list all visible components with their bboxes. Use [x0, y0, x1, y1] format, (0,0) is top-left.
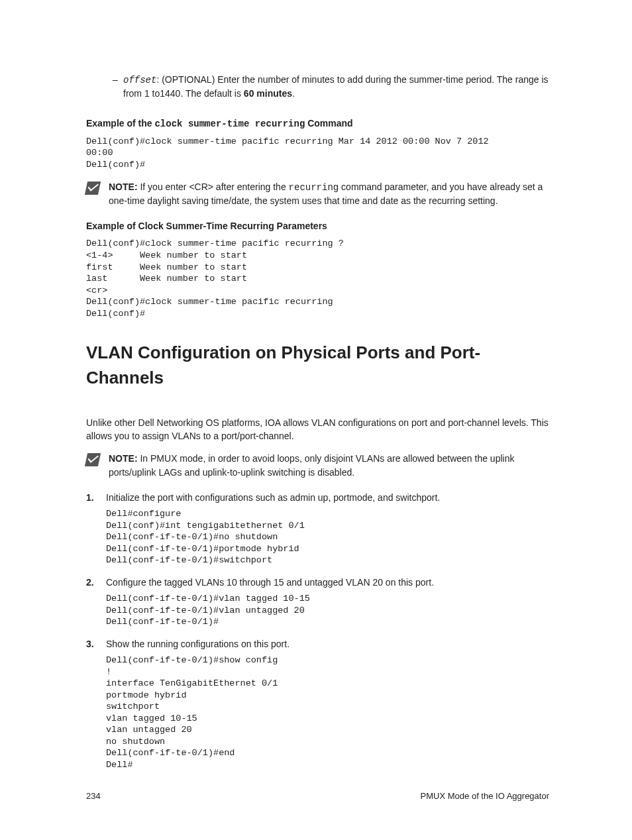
offset-body: : (OPTIONAL) Enter the number of minutes… — [123, 74, 549, 99]
example2-heading: Example of Clock Summer-Time Recurring P… — [86, 219, 549, 233]
note-icon — [85, 453, 101, 466]
offset-end: . — [292, 88, 295, 99]
note2-label: NOTE: — [109, 453, 138, 464]
offset-text: offset: (OPTIONAL) Enter the number of m… — [123, 73, 549, 101]
example1-heading-pre: Example of the — [86, 118, 154, 129]
offset-bullet: – offset: (OPTIONAL) Enter the number of… — [113, 73, 549, 101]
page: – offset: (OPTIONAL) Enter the number of… — [0, 0, 632, 840]
note2-body: NOTE: In PMUX mode, in order to avoid lo… — [109, 452, 549, 479]
list-item: 1. Initialize the port with configuratio… — [86, 491, 549, 504]
step-body: Show the running configurations on this … — [106, 637, 549, 651]
note1-pre: If you enter <CR> after entering the — [138, 182, 289, 192]
step3-code: Dell(conf-if-te-0/1)#show config ! inter… — [106, 655, 549, 770]
note-icon — [85, 182, 101, 195]
step-body: Initialize the port with configurations … — [106, 491, 549, 504]
footer-label: PMUX Mode of the IO Aggregator — [421, 790, 549, 803]
step-body: Configure the tagged VLANs 10 through 15… — [106, 576, 549, 589]
dash-marker: – — [113, 73, 123, 101]
note1: NOTE: If you enter <CR> after entering t… — [86, 180, 549, 208]
note1-label: NOTE: — [109, 182, 138, 192]
step-num: 2. — [86, 576, 106, 589]
example1-heading-post: Command — [305, 118, 352, 129]
offset-label: offset — [123, 75, 156, 85]
step2-code: Dell(conf-if-te-0/1)#vlan tagged 10-15 D… — [106, 593, 549, 628]
example2-code: Dell(conf)#clock summer-time pacific rec… — [86, 238, 549, 319]
step-text: Configure the tagged VLANs 10 through 15… — [106, 576, 549, 589]
example1-code: Dell(conf)#clock summer-time pacific rec… — [86, 136, 549, 171]
step1-code: Dell#configure Dell(conf)#int tengigabit… — [106, 508, 549, 566]
note1-body: NOTE: If you enter <CR> after entering t… — [109, 180, 549, 208]
example1-heading-cmd: clock summer-time recurring — [154, 119, 305, 129]
step-text: Initialize the port with configurations … — [106, 491, 549, 504]
step-text: Show the running configurations on this … — [106, 637, 549, 651]
list-item: 2. Configure the tagged VLANs 10 through… — [86, 576, 549, 589]
example1-heading: Example of the clock summer-time recurri… — [86, 117, 549, 131]
list-item: 3. Show the running configurations on th… — [86, 637, 549, 651]
note2-text: In PMUX mode, in order to avoid loops, o… — [109, 453, 514, 477]
intro-paragraph: Unlike other Dell Networking OS platform… — [86, 416, 549, 443]
note2: NOTE: In PMUX mode, in order to avoid lo… — [86, 452, 549, 479]
section-title: VLAN Configuration on Physical Ports and… — [86, 341, 549, 390]
note1-mono: recurring — [289, 182, 339, 193]
footer: 234 PMUX Mode of the IO Aggregator — [86, 790, 549, 803]
steps-list: 1. Initialize the port with configuratio… — [86, 491, 549, 771]
page-number: 234 — [86, 790, 101, 803]
step-num: 1. — [86, 491, 106, 504]
step-num: 3. — [86, 637, 106, 651]
offset-default: 60 minutes — [244, 88, 292, 99]
